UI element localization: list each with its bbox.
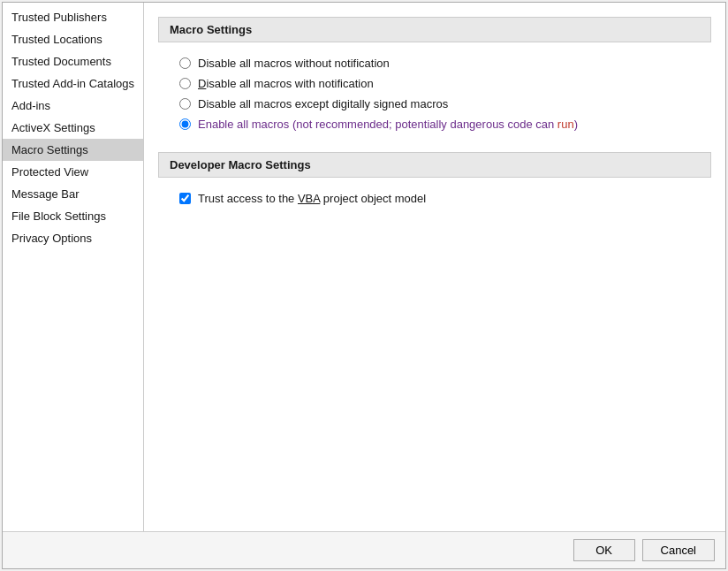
macro-settings-header: Macro Settings xyxy=(158,17,711,42)
radio-label-rest-opt2: isable all macros with notification xyxy=(206,77,373,90)
cancel-button[interactable]: Cancel xyxy=(642,539,715,561)
underline-d: D xyxy=(198,77,206,90)
radio-input-opt2[interactable] xyxy=(179,78,191,89)
sidebar: Trusted PublishersTrusted LocationsTrust… xyxy=(3,3,144,531)
main-content: Macro Settings Disable all macros withou… xyxy=(144,3,725,531)
trust-center-dialog: Trusted PublishersTrusted LocationsTrust… xyxy=(2,2,726,569)
vba-checkbox-option: Trust access to the VBA project object m… xyxy=(179,192,690,205)
sidebar-item-message-bar[interactable]: Message Bar xyxy=(3,183,143,205)
radio-option-opt3: Disable all macros except digitally sign… xyxy=(179,97,690,110)
vba-label-prefix: Trust access to the xyxy=(198,192,298,205)
sidebar-item-trusted-addin-catalogs[interactable]: Trusted Add-in Catalogs xyxy=(3,72,143,95)
radio-label-opt3[interactable]: Disable all macros except digitally sign… xyxy=(198,97,448,110)
developer-macro-settings-header: Developer Macro Settings xyxy=(158,152,711,178)
dialog-footer: OK Cancel xyxy=(3,531,725,568)
vba-label-underline: VBA xyxy=(298,192,320,205)
radio-input-opt3[interactable] xyxy=(179,98,191,110)
dialog-body: Trusted PublishersTrusted LocationsTrust… xyxy=(3,3,725,531)
radio-label-opt4[interactable]: Enable all macros (not recommended; pote… xyxy=(198,118,578,131)
sidebar-item-file-block-settings[interactable]: File Block Settings xyxy=(3,205,143,227)
sidebar-item-trusted-publishers[interactable]: Trusted Publishers xyxy=(3,6,143,28)
developer-options-body: Trust access to the VBA project object m… xyxy=(158,188,711,226)
sidebar-item-trusted-documents[interactable]: Trusted Documents xyxy=(3,50,143,72)
radio-label-opt2[interactable]: Disable all macros with notification xyxy=(198,77,374,90)
macro-settings-title: Macro Settings xyxy=(170,23,252,36)
vba-trust-label[interactable]: Trust access to the VBA project object m… xyxy=(198,192,426,205)
sidebar-item-privacy-options[interactable]: Privacy Options xyxy=(3,227,143,249)
radio-option-opt1: Disable all macros without notification xyxy=(179,57,690,70)
sidebar-item-add-ins[interactable]: Add-ins xyxy=(3,95,143,117)
sidebar-item-protected-view[interactable]: Protected View xyxy=(3,161,143,183)
vba-label-suffix: project object model xyxy=(320,192,426,205)
radio-label-close-opt4: ) xyxy=(574,118,578,131)
radio-option-opt4: Enable all macros (not recommended; pote… xyxy=(179,118,690,131)
ok-button[interactable]: OK xyxy=(573,539,635,561)
sidebar-item-macro-settings[interactable]: Macro Settings xyxy=(3,139,143,161)
sidebar-item-activex-settings[interactable]: ActiveX Settings xyxy=(3,117,143,139)
vba-trust-checkbox[interactable] xyxy=(179,193,191,204)
radio-label-text-opt4: Enable all macros (not recommended; pote… xyxy=(198,118,557,131)
run-text: run xyxy=(557,118,574,131)
developer-macro-settings-title: Developer Macro Settings xyxy=(170,158,311,171)
radio-input-opt4[interactable] xyxy=(179,118,191,130)
radio-option-opt2: Disable all macros with notification xyxy=(179,77,690,90)
macro-options-body: Disable all macros without notificationD… xyxy=(158,53,711,152)
radio-input-opt1[interactable] xyxy=(179,57,191,69)
sidebar-item-trusted-locations[interactable]: Trusted Locations xyxy=(3,28,143,50)
radio-label-opt1[interactable]: Disable all macros without notification xyxy=(198,57,390,70)
